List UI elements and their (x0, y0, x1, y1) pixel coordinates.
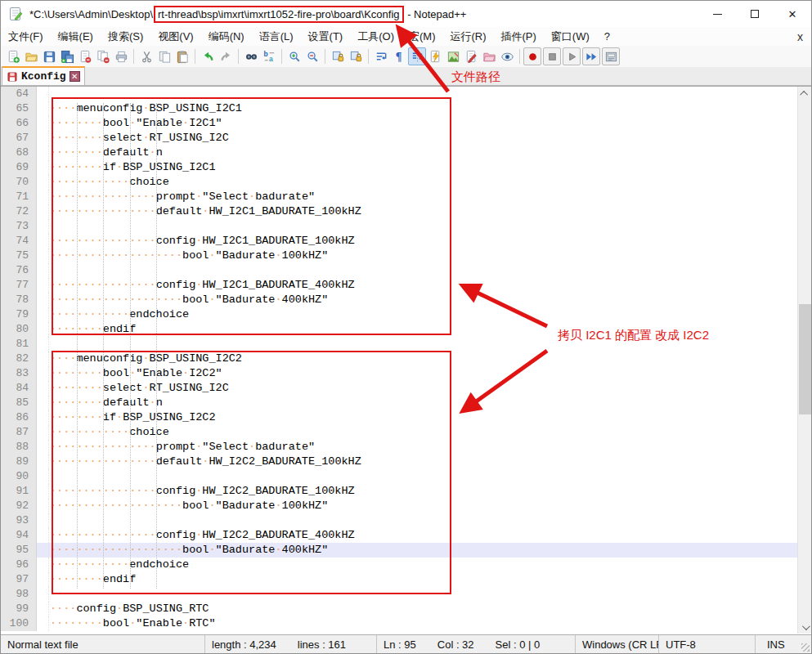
sync-vertical-scroll-button[interactable] (329, 47, 347, 65)
status-insert-mode[interactable]: INS (756, 635, 792, 653)
menu-item-5[interactable]: 语言(L) (252, 27, 301, 47)
bookmark-margin[interactable] (37, 602, 49, 616)
edit-marker-button[interactable] (462, 47, 480, 65)
print-button[interactable] (112, 47, 130, 65)
zoom-out-button[interactable] (303, 47, 321, 65)
line-number[interactable]: 91 (1, 484, 37, 499)
line-number[interactable]: 82 (1, 352, 37, 366)
save-file-button[interactable] (40, 47, 58, 65)
menu-item-0[interactable]: 文件(F) (1, 27, 51, 47)
line-number[interactable]: 85 (1, 396, 37, 410)
line-number[interactable]: 88 (1, 440, 37, 455)
bookmark-margin[interactable] (37, 307, 49, 322)
bookmark-margin[interactable] (37, 146, 49, 160)
open-file-button[interactable] (22, 47, 40, 65)
bookmark-margin[interactable] (37, 322, 49, 337)
status-encoding[interactable]: UTF-8 (659, 635, 756, 653)
menu-item-7[interactable]: 工具(O) (350, 27, 402, 47)
status-eol-format[interactable]: Windows (CR LF) (576, 635, 659, 653)
menu-item-2[interactable]: 搜索(S) (101, 27, 150, 47)
macro-save-button[interactable] (602, 47, 620, 65)
line-number[interactable]: 72 (1, 204, 37, 219)
line-number[interactable]: 92 (1, 499, 37, 513)
line-number[interactable]: 68 (1, 146, 37, 160)
line-number[interactable]: 97 (1, 572, 37, 587)
tab-close-icon[interactable]: ✕ (70, 71, 80, 82)
line-number[interactable]: 80 (1, 322, 37, 337)
vertical-scrollbar[interactable] (797, 87, 811, 634)
tab-kconfig[interactable]: Kconfig ✕ (2, 66, 85, 85)
bookmark-margin[interactable] (37, 572, 49, 587)
redo-button[interactable] (217, 47, 235, 65)
save-all-button[interactable] (58, 47, 76, 65)
line-number[interactable]: 89 (1, 455, 37, 469)
line-number[interactable]: 69 (1, 160, 37, 175)
line-number[interactable]: 98 (1, 587, 37, 602)
line-number[interactable]: 65 (1, 101, 37, 116)
copy-button[interactable] (155, 47, 173, 65)
line-number[interactable]: 76 (1, 263, 37, 278)
line-number[interactable]: 66 (1, 116, 37, 131)
line-number[interactable]: 73 (1, 219, 37, 234)
bookmark-margin[interactable] (37, 278, 49, 293)
bookmark-margin[interactable] (37, 381, 49, 396)
line-number[interactable]: 64 (1, 87, 37, 101)
menu-item-4[interactable]: 编码(N) (201, 27, 252, 47)
bookmark-margin[interactable] (37, 87, 49, 101)
bookmark-margin[interactable] (37, 190, 49, 204)
bookmark-margin[interactable] (37, 366, 49, 381)
line-number[interactable]: 79 (1, 307, 37, 322)
undo-button[interactable] (199, 47, 217, 65)
menu-close-document-icon[interactable]: x (797, 30, 803, 43)
minimize-button[interactable] (698, 1, 736, 27)
bookmark-margin[interactable] (37, 337, 49, 352)
editor-area[interactable]: 6465····menuconfig·BSP_USING_I2C166·····… (1, 86, 811, 634)
new-file-button[interactable] (4, 47, 22, 65)
resize-grip[interactable] (801, 643, 810, 652)
bookmark-margin[interactable] (37, 219, 49, 234)
bookmark-margin[interactable] (37, 410, 49, 425)
bookmark-margin[interactable] (37, 249, 49, 263)
menu-item-6[interactable]: 设置(T) (301, 27, 351, 47)
bookmark-margin[interactable] (37, 558, 49, 572)
menu-item-8[interactable]: 宏(M) (402, 27, 443, 47)
macro-play-button[interactable] (563, 47, 581, 65)
line-number[interactable]: 99 (1, 602, 37, 616)
document-map-button[interactable] (444, 47, 462, 65)
find-button[interactable] (242, 47, 260, 65)
document-monitor-button[interactable] (498, 47, 516, 65)
paste-button[interactable] (173, 47, 191, 65)
menu-item-9[interactable]: 运行(R) (442, 27, 493, 47)
bookmark-margin[interactable] (37, 352, 49, 366)
line-number[interactable]: 93 (1, 513, 37, 528)
sync-horizontal-scroll-button[interactable] (347, 47, 365, 65)
bookmark-margin[interactable] (37, 484, 49, 499)
menu-item-3[interactable]: 视图(V) (150, 27, 200, 47)
line-number[interactable]: 78 (1, 293, 37, 307)
bookmark-margin[interactable] (37, 116, 49, 131)
menu-item-11[interactable]: 窗口(W) (544, 27, 597, 47)
bookmark-margin[interactable] (37, 175, 49, 190)
line-number[interactable]: 90 (1, 469, 37, 484)
close-button[interactable]: ✕ (774, 1, 811, 27)
maximize-button[interactable] (736, 1, 774, 27)
line-number[interactable]: 71 (1, 190, 37, 204)
bookmark-margin[interactable] (37, 293, 49, 307)
line-number[interactable]: 94 (1, 528, 37, 543)
scrollbar-thumb[interactable] (799, 304, 811, 414)
bookmark-margin[interactable] (37, 101, 49, 116)
bookmark-margin[interactable] (37, 160, 49, 175)
scroll-down-button[interactable] (798, 620, 811, 634)
bookmark-margin[interactable] (37, 528, 49, 543)
bookmark-margin[interactable] (37, 543, 49, 558)
line-number[interactable]: 84 (1, 381, 37, 396)
close-all-button[interactable] (94, 47, 112, 65)
bookmark-margin[interactable] (37, 616, 49, 631)
macro-run-multiple-button[interactable] (582, 47, 600, 65)
line-number[interactable]: 74 (1, 234, 37, 249)
line-number[interactable]: 96 (1, 558, 37, 572)
line-number[interactable]: 81 (1, 337, 37, 352)
cut-button[interactable] (137, 47, 155, 65)
line-number[interactable]: 83 (1, 366, 37, 381)
line-number[interactable]: 100 (1, 616, 37, 631)
